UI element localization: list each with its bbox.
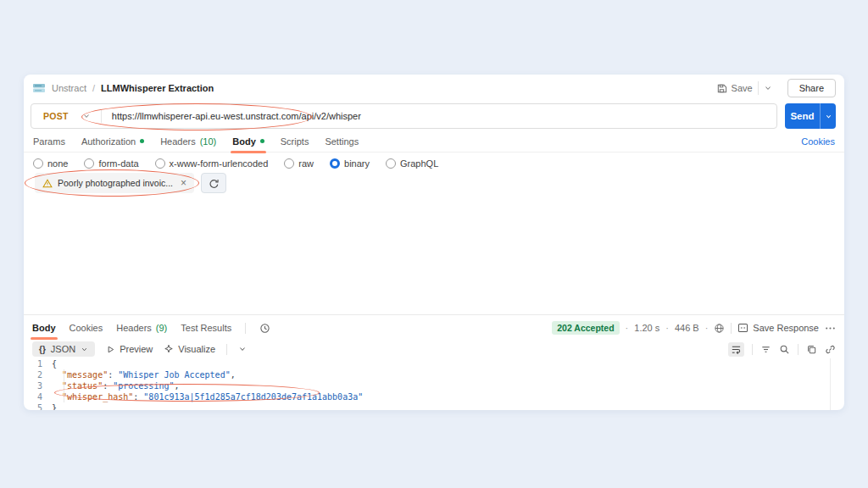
body-type-none[interactable]: none bbox=[33, 158, 68, 169]
line-number: 3 bbox=[24, 380, 52, 391]
breadcrumb: Unstract / LLMWhisperer Extraction bbox=[32, 82, 214, 94]
code-lines: 1{2"message": "Whisper Job Accepted",3"s… bbox=[24, 358, 827, 410]
chevron-down-icon bbox=[81, 346, 88, 353]
divider bbox=[798, 344, 798, 355]
filter-icon[interactable] bbox=[760, 344, 771, 355]
response-tab-cookies[interactable]: Cookies bbox=[70, 323, 103, 333]
cookies-link[interactable]: Cookies bbox=[801, 136, 835, 147]
response-meta: 202 Accepted · 1.20 s · 446 B · bbox=[552, 321, 836, 335]
response-tabs: Body Cookies Headers (9) Test Results bbox=[32, 318, 836, 338]
save-icon bbox=[716, 83, 727, 94]
radio-icon bbox=[84, 158, 94, 169]
save-label: Save bbox=[732, 83, 753, 93]
share-button[interactable]: Share bbox=[787, 79, 836, 97]
close-icon[interactable]: × bbox=[181, 177, 186, 189]
format-selector[interactable]: {} JSON bbox=[32, 341, 95, 357]
status-badge: 202 Accepted bbox=[552, 321, 619, 335]
radio-icon-selected bbox=[330, 158, 340, 169]
breadcrumb-parent[interactable]: Unstract bbox=[52, 83, 86, 93]
response-size: 446 B bbox=[675, 323, 699, 333]
code-text: "whisper_hash": "801c913a|5f1d285a7cf18d… bbox=[52, 391, 363, 402]
response-tab-test-results[interactable]: Test Results bbox=[181, 323, 231, 333]
tab-settings[interactable]: Settings bbox=[325, 136, 359, 147]
file-chip[interactable]: Poorly photographed invoic... × bbox=[35, 173, 194, 193]
radio-icon bbox=[386, 158, 396, 169]
url-box: POST https://llmwhisperer-api.eu-west.un… bbox=[31, 103, 777, 129]
divider bbox=[245, 323, 246, 334]
api-client-window: Unstract / LLMWhisperer Extraction Save bbox=[24, 75, 844, 410]
tab-authorization[interactable]: Authorization bbox=[81, 136, 144, 147]
request-title: LLMWhisperer Extraction bbox=[101, 83, 214, 93]
tab-headers[interactable]: Headers (10) bbox=[160, 136, 216, 147]
more-options-icon[interactable] bbox=[825, 323, 836, 334]
response-panel: Body Cookies Headers (9) Test Results bbox=[24, 314, 844, 410]
line-number: 2 bbox=[24, 369, 52, 380]
line-number: 5 bbox=[24, 402, 52, 410]
divider bbox=[731, 323, 732, 334]
braces-icon: {} bbox=[39, 345, 46, 354]
divider bbox=[226, 344, 227, 355]
request-tabs: Params Authorization Headers (10) Body S… bbox=[24, 130, 844, 152]
copy-icon[interactable] bbox=[806, 344, 817, 355]
line-number: 1 bbox=[24, 358, 52, 369]
wrap-text-icon[interactable] bbox=[728, 342, 744, 357]
link-icon[interactable] bbox=[825, 344, 836, 355]
collection-icon bbox=[32, 82, 46, 94]
response-tab-body[interactable]: Body bbox=[32, 323, 56, 333]
code-line: 4"whisper_hash": "801c913a|5f1d285a7cf18… bbox=[24, 391, 827, 402]
status-dot bbox=[140, 139, 144, 143]
send-label: Send bbox=[785, 103, 820, 129]
chevron-down-icon[interactable] bbox=[238, 345, 247, 353]
body-type-form-data[interactable]: form-data bbox=[84, 158, 138, 169]
tab-params[interactable]: Params bbox=[33, 136, 65, 147]
tab-scripts[interactable]: Scripts bbox=[281, 136, 309, 147]
history-icon[interactable] bbox=[259, 323, 270, 334]
divider bbox=[752, 344, 753, 355]
send-options-button[interactable] bbox=[820, 103, 836, 129]
network-info-icon[interactable] bbox=[714, 323, 725, 334]
breadcrumb-separator: / bbox=[92, 83, 95, 93]
tab-body[interactable]: Body bbox=[232, 136, 264, 147]
code-line: 1{ bbox=[24, 358, 827, 369]
method-label: POST bbox=[43, 111, 69, 121]
file-name: Poorly photographed invoic... bbox=[58, 178, 173, 188]
code-text: } bbox=[52, 402, 57, 410]
search-icon[interactable] bbox=[779, 344, 790, 355]
code-text: "status": "processing", bbox=[52, 380, 180, 391]
preview-icon bbox=[106, 345, 115, 354]
radio-icon bbox=[284, 158, 294, 169]
visualize-icon bbox=[164, 344, 174, 354]
chevron-down-icon bbox=[764, 84, 772, 92]
code-line: 3"status": "processing", bbox=[24, 380, 827, 391]
response-tab-headers[interactable]: Headers (9) bbox=[116, 323, 167, 333]
save-options-button[interactable] bbox=[758, 81, 777, 95]
binary-file-row: Poorly photographed invoic... × bbox=[35, 172, 226, 194]
method-selector[interactable]: POST bbox=[31, 111, 101, 121]
body-type-x-www-form-urlencoded[interactable]: x-www-form-urlencoded bbox=[155, 158, 269, 169]
response-time: 1.20 s bbox=[634, 323, 659, 333]
refresh-icon bbox=[209, 178, 220, 189]
save-button[interactable]: Save bbox=[711, 80, 758, 97]
window-header: Unstract / LLMWhisperer Extraction Save bbox=[24, 75, 844, 102]
body-type-selector: none form-data x-www-form-urlencoded raw… bbox=[33, 155, 836, 172]
code-line: 5} bbox=[24, 402, 827, 410]
radio-icon bbox=[33, 158, 43, 169]
line-number: 4 bbox=[24, 391, 52, 402]
save-response-button[interactable]: Save Response bbox=[737, 323, 819, 333]
viewer-toolbar: {} JSON Preview bbox=[32, 340, 836, 358]
desktop-background: Unstract / LLMWhisperer Extraction Save bbox=[0, 0, 868, 488]
visualize-button[interactable]: Visualize bbox=[164, 344, 215, 354]
url-input[interactable]: https://llmwhisperer-api.eu-west.unstrac… bbox=[102, 111, 371, 121]
response-body-viewer: 1{2"message": "Whisper Job Accepted",3"s… bbox=[24, 358, 827, 410]
body-type-binary[interactable]: binary bbox=[330, 158, 370, 169]
send-button[interactable]: Send bbox=[785, 103, 836, 129]
radio-icon bbox=[155, 158, 165, 169]
body-type-graphql[interactable]: GraphQL bbox=[386, 158, 438, 169]
preview-button[interactable]: Preview bbox=[106, 344, 153, 354]
reupload-button[interactable] bbox=[201, 173, 226, 193]
divider bbox=[830, 358, 831, 410]
warning-icon bbox=[42, 179, 53, 188]
code-text: { bbox=[52, 358, 57, 369]
body-type-raw[interactable]: raw bbox=[284, 158, 314, 169]
status-dot bbox=[260, 139, 264, 143]
